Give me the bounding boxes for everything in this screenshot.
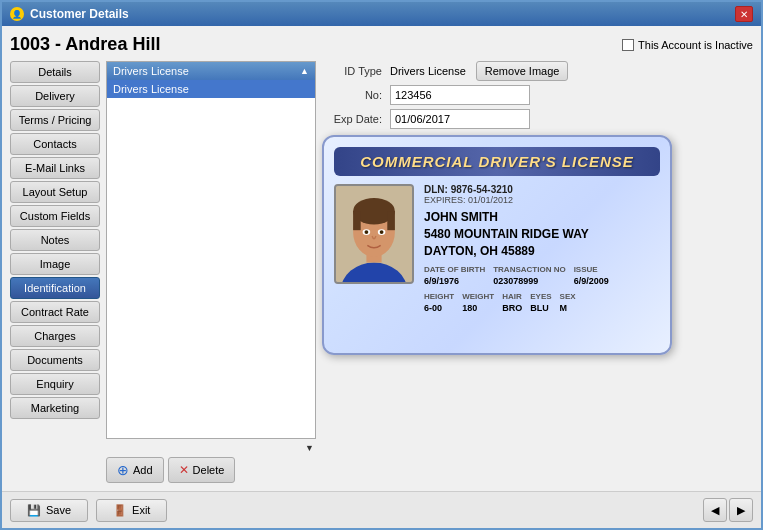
id-no-line: No: (322, 85, 753, 105)
inactive-row: This Account is Inactive (622, 39, 753, 51)
sidebar-item-identification[interactable]: Identification (10, 277, 100, 299)
exit-label: Exit (132, 504, 150, 516)
id-card-header-text: COMMERCIAL DRIVER'S LICENSE (360, 153, 634, 170)
id-type-value: Drivers License (390, 65, 466, 77)
id-weight-col: WEIGHT 180 (462, 292, 494, 313)
sidebar-item-email-links[interactable]: E-Mail Links (10, 157, 100, 179)
delete-icon: ✕ (179, 463, 189, 477)
id-no-label: No: (322, 89, 382, 101)
main-window: 👤 Customer Details ✕ 1003 - Andrea Hill … (0, 0, 763, 530)
id-dob-col: DATE OF BIRTH 6/9/1976 (424, 265, 485, 286)
id-card-container: COMMERCIAL DRIVER'S LICENSE (322, 135, 753, 483)
id-type-label: ID Type (322, 65, 382, 77)
id-photo (334, 184, 414, 284)
exit-button[interactable]: 🚪 Exit (96, 499, 167, 522)
sidebar-item-contacts[interactable]: Contacts (10, 133, 100, 155)
window-title: Customer Details (30, 7, 129, 21)
id-eyes-col: EYES BLU (530, 292, 551, 313)
sidebar-item-marketing[interactable]: Marketing (10, 397, 100, 419)
id-stats-row2: HEIGHT 6-00 WEIGHT 180 HAIR (424, 292, 660, 313)
content-area: 1003 - Andrea Hill This Account is Inact… (2, 26, 761, 491)
sidebar-item-charges[interactable]: Charges (10, 325, 100, 347)
id-exp-input[interactable] (390, 109, 530, 129)
id-sex-col: SEX M (560, 292, 576, 313)
id-details: DLN: 9876-54-3210 EXPIRES: 01/01/2012 JO… (424, 184, 660, 313)
header-row: 1003 - Andrea Hill This Account is Inact… (10, 34, 753, 55)
title-bar-left: 👤 Customer Details (10, 7, 129, 21)
nav-next-button[interactable]: ▶ (729, 498, 753, 522)
list-item[interactable]: Drivers License (107, 80, 315, 98)
title-bar: 👤 Customer Details ✕ (2, 2, 761, 26)
identification-list[interactable]: Drivers License ▲ Drivers License (106, 61, 316, 439)
svg-point-10 (380, 230, 384, 234)
id-exp-label: Exp Date: (322, 113, 382, 125)
id-no-input[interactable] (390, 85, 530, 105)
id-card-body: DLN: 9876-54-3210 EXPIRES: 01/01/2012 JO… (334, 184, 660, 313)
id-issue-col: ISSUE 6/9/2009 (574, 265, 609, 286)
list-header: Drivers License ▲ (107, 62, 315, 80)
close-button[interactable]: ✕ (735, 6, 753, 22)
id-card-header: COMMERCIAL DRIVER'S LICENSE (334, 147, 660, 176)
id-hair-col: HAIR BRO (502, 292, 522, 313)
delete-button[interactable]: ✕ Delete (168, 457, 236, 483)
add-icon: ⊕ (117, 462, 129, 478)
save-icon: 💾 (27, 504, 41, 517)
list-header-text: Drivers License (113, 65, 189, 77)
id-type-value-area: Drivers License Remove Image (390, 61, 568, 81)
id-stats-row1: DATE OF BIRTH 6/9/1976 TRANSACTION NO 02… (424, 265, 660, 286)
id-transaction-col: TRANSACTION NO 023078999 (493, 265, 565, 286)
id-height-col: HEIGHT 6-00 (424, 292, 454, 313)
remove-image-button[interactable]: Remove Image (476, 61, 569, 81)
inactive-checkbox[interactable] (622, 39, 634, 51)
list-buttons: ⊕ Add ✕ Delete (106, 457, 316, 483)
scroll-down-arrow[interactable]: ▼ (305, 443, 314, 453)
svg-rect-6 (387, 211, 395, 230)
id-expires: EXPIRES: 01/01/2012 (424, 195, 660, 205)
add-button[interactable]: ⊕ Add (106, 457, 164, 483)
scroll-up-arrow[interactable]: ▲ (300, 66, 309, 76)
save-button[interactable]: 💾 Save (10, 499, 88, 522)
id-exp-line: Exp Date: (322, 109, 753, 129)
exit-icon: 🚪 (113, 504, 127, 517)
sidebar-item-custom-fields[interactable]: Custom Fields (10, 205, 100, 227)
main-area: Details Delivery Terms / Pricing Contact… (10, 61, 753, 483)
sidebar-item-layout-setup[interactable]: Layout Setup (10, 181, 100, 203)
sidebar-item-delivery[interactable]: Delivery (10, 85, 100, 107)
id-dln: DLN: 9876-54-3210 (424, 184, 660, 195)
svg-point-9 (365, 230, 369, 234)
svg-rect-5 (353, 211, 361, 230)
right-panel: ID Type Drivers License Remove Image No:… (322, 61, 753, 483)
add-label: Add (133, 464, 153, 476)
nav-prev-button[interactable]: ◀ (703, 498, 727, 522)
sidebar-item-details[interactable]: Details (10, 61, 100, 83)
save-label: Save (46, 504, 71, 516)
nav-arrows: ◀ ▶ (703, 498, 753, 522)
left-sidebar: Details Delivery Terms / Pricing Contact… (10, 61, 100, 483)
customer-title: 1003 - Andrea Hill (10, 34, 160, 55)
sidebar-item-notes[interactable]: Notes (10, 229, 100, 251)
id-type-line: ID Type Drivers License Remove Image (322, 61, 753, 81)
delete-label: Delete (193, 464, 225, 476)
fields-row: ID Type Drivers License Remove Image No:… (322, 61, 753, 129)
id-card: COMMERCIAL DRIVER'S LICENSE (322, 135, 672, 355)
id-name: JOHN SMITH 5480 MOUNTAIN RIDGE WAY DAYTO… (424, 209, 660, 259)
sidebar-item-image[interactable]: Image (10, 253, 100, 275)
inactive-label: This Account is Inactive (638, 39, 753, 51)
bottom-bar: 💾 Save 🚪 Exit ◀ ▶ (2, 491, 761, 528)
app-icon: 👤 (10, 7, 24, 21)
sidebar-item-documents[interactable]: Documents (10, 349, 100, 371)
sidebar-item-terms-pricing[interactable]: Terms / Pricing (10, 109, 100, 131)
sidebar-item-contract-rate[interactable]: Contract Rate (10, 301, 100, 323)
sidebar-item-enquiry[interactable]: Enquiry (10, 373, 100, 395)
center-panel: Drivers License ▲ Drivers License ▼ ⊕ Ad… (106, 61, 316, 483)
